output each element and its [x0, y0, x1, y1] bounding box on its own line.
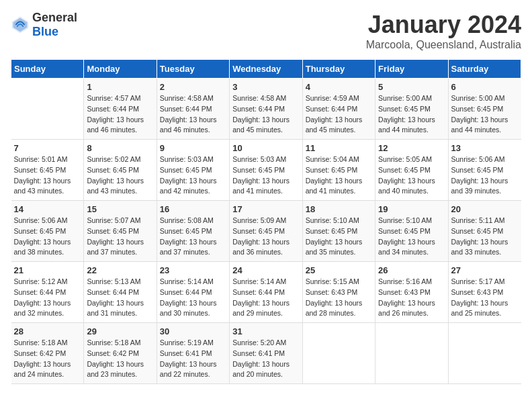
cell-info: Sunrise: 5:00 AMSunset: 6:45 PMDaylight:… [378, 94, 435, 134]
cell-info: Sunrise: 5:19 AMSunset: 6:41 PMDaylight:… [160, 338, 217, 378]
header-wednesday: Wednesday [230, 60, 302, 79]
cell-info: Sunrise: 5:09 AMSunset: 6:45 PMDaylight:… [232, 216, 290, 256]
calendar-cell: 3 Sunrise: 4:58 AMSunset: 6:44 PMDayligh… [230, 79, 302, 140]
calendar-cell: 23 Sunrise: 5:14 AMSunset: 6:44 PMDaylig… [157, 262, 229, 323]
day-number: 19 [378, 204, 445, 214]
week-row-3: 14 Sunrise: 5:06 AMSunset: 6:45 PMDaylig… [11, 201, 521, 262]
subtitle: Marcoola, Queensland, Australia [366, 39, 521, 51]
cell-info: Sunrise: 4:58 AMSunset: 6:44 PMDaylight:… [160, 94, 217, 134]
cell-info: Sunrise: 5:06 AMSunset: 6:45 PMDaylight:… [14, 216, 71, 256]
calendar-cell: 2 Sunrise: 4:58 AMSunset: 6:44 PMDayligh… [157, 79, 229, 140]
calendar-cell: 29 Sunrise: 5:18 AMSunset: 6:42 PMDaylig… [84, 323, 157, 384]
title-section: January 2024 Marcoola, Queensland, Austr… [366, 11, 521, 51]
header-saturday: Saturday [448, 60, 521, 79]
header-row: SundayMondayTuesdayWednesdayThursdayFrid… [11, 60, 521, 79]
calendar-cell: 21 Sunrise: 5:12 AMSunset: 6:44 PMDaylig… [11, 262, 84, 323]
header-friday: Friday [375, 60, 448, 79]
cell-info: Sunrise: 5:00 AMSunset: 6:45 PMDaylight:… [451, 94, 508, 134]
page-header: General Blue January 2024 Marcoola, Quee… [11, 11, 521, 51]
calendar-cell: 14 Sunrise: 5:06 AMSunset: 6:45 PMDaylig… [11, 201, 84, 262]
calendar-cell: 9 Sunrise: 5:03 AMSunset: 6:45 PMDayligh… [157, 140, 229, 201]
week-row-4: 21 Sunrise: 5:12 AMSunset: 6:44 PMDaylig… [11, 262, 521, 323]
day-number: 24 [232, 265, 299, 275]
day-number: 28 [14, 326, 81, 336]
day-number: 15 [87, 204, 153, 214]
day-number: 1 [87, 82, 153, 92]
day-number: 5 [378, 82, 445, 92]
calendar-cell: 13 Sunrise: 5:06 AMSunset: 6:45 PMDaylig… [448, 140, 521, 201]
header-monday: Monday [84, 60, 157, 79]
day-number: 18 [306, 204, 372, 214]
cell-info: Sunrise: 5:20 AMSunset: 6:41 PMDaylight:… [232, 338, 290, 378]
day-number: 12 [378, 143, 445, 153]
cell-info: Sunrise: 5:11 AMSunset: 6:45 PMDaylight:… [451, 216, 508, 256]
calendar-cell: 4 Sunrise: 4:59 AMSunset: 6:44 PMDayligh… [302, 79, 375, 140]
cell-info: Sunrise: 5:14 AMSunset: 6:44 PMDaylight:… [232, 277, 290, 317]
cell-info: Sunrise: 5:03 AMSunset: 6:45 PMDaylight:… [232, 155, 290, 195]
day-number: 16 [160, 204, 226, 214]
cell-info: Sunrise: 5:13 AMSunset: 6:44 PMDaylight:… [87, 277, 144, 317]
day-number: 9 [160, 143, 226, 153]
cell-info: Sunrise: 5:17 AMSunset: 6:43 PMDaylight:… [451, 277, 508, 317]
cell-info: Sunrise: 5:15 AMSunset: 6:43 PMDaylight:… [306, 277, 363, 317]
cell-info: Sunrise: 5:14 AMSunset: 6:44 PMDaylight:… [160, 277, 217, 317]
day-number: 10 [232, 143, 299, 153]
day-number: 23 [160, 265, 226, 275]
header-sunday: Sunday [11, 60, 84, 79]
cell-info: Sunrise: 5:05 AMSunset: 6:45 PMDaylight:… [378, 155, 435, 195]
cell-info: Sunrise: 5:03 AMSunset: 6:45 PMDaylight:… [160, 155, 217, 195]
cell-info: Sunrise: 5:02 AMSunset: 6:45 PMDaylight:… [87, 155, 144, 195]
cell-info: Sunrise: 5:18 AMSunset: 6:42 PMDaylight:… [14, 338, 71, 378]
cell-info: Sunrise: 5:08 AMSunset: 6:45 PMDaylight:… [160, 216, 217, 256]
cell-info: Sunrise: 5:16 AMSunset: 6:43 PMDaylight:… [378, 277, 435, 317]
calendar-cell: 16 Sunrise: 5:08 AMSunset: 6:45 PMDaylig… [157, 201, 229, 262]
calendar-cell: 17 Sunrise: 5:09 AMSunset: 6:45 PMDaylig… [230, 201, 302, 262]
day-number: 2 [160, 82, 226, 92]
logo-general: General [32, 11, 77, 24]
calendar-cell: 10 Sunrise: 5:03 AMSunset: 6:45 PMDaylig… [230, 140, 302, 201]
day-number: 21 [14, 265, 81, 275]
calendar-cell: 8 Sunrise: 5:02 AMSunset: 6:45 PMDayligh… [84, 140, 157, 201]
day-number: 11 [306, 143, 372, 153]
calendar-cell: 20 Sunrise: 5:11 AMSunset: 6:45 PMDaylig… [448, 201, 521, 262]
calendar-cell: 19 Sunrise: 5:10 AMSunset: 6:45 PMDaylig… [375, 201, 448, 262]
day-number: 4 [306, 82, 372, 92]
calendar-cell: 5 Sunrise: 5:00 AMSunset: 6:45 PMDayligh… [375, 79, 448, 140]
cell-info: Sunrise: 5:06 AMSunset: 6:45 PMDaylight:… [451, 155, 508, 195]
logo-text: General Blue [32, 11, 77, 39]
day-number: 17 [232, 204, 299, 214]
day-number: 30 [160, 326, 226, 336]
cell-info: Sunrise: 5:10 AMSunset: 6:45 PMDaylight:… [306, 216, 363, 256]
cell-info: Sunrise: 5:12 AMSunset: 6:44 PMDaylight:… [14, 277, 71, 317]
day-number: 26 [378, 265, 445, 275]
calendar-cell: 18 Sunrise: 5:10 AMSunset: 6:45 PMDaylig… [302, 201, 375, 262]
day-number: 27 [451, 265, 519, 275]
calendar-cell: 27 Sunrise: 5:17 AMSunset: 6:43 PMDaylig… [448, 262, 521, 323]
cell-info: Sunrise: 5:07 AMSunset: 6:45 PMDaylight:… [87, 216, 144, 256]
cell-info: Sunrise: 4:59 AMSunset: 6:44 PMDaylight:… [306, 94, 363, 134]
cell-info: Sunrise: 5:04 AMSunset: 6:45 PMDaylight:… [306, 155, 363, 195]
calendar-cell: 26 Sunrise: 5:16 AMSunset: 6:43 PMDaylig… [375, 262, 448, 323]
day-number: 29 [87, 326, 153, 336]
cell-info: Sunrise: 5:01 AMSunset: 6:45 PMDaylight:… [14, 155, 71, 195]
header-thursday: Thursday [302, 60, 375, 79]
calendar-cell: 7 Sunrise: 5:01 AMSunset: 6:45 PMDayligh… [11, 140, 84, 201]
main-title: January 2024 [366, 11, 521, 39]
day-number: 25 [306, 265, 372, 275]
week-row-5: 28 Sunrise: 5:18 AMSunset: 6:42 PMDaylig… [11, 323, 521, 384]
day-number: 8 [87, 143, 153, 153]
cell-info: Sunrise: 4:58 AMSunset: 6:44 PMDaylight:… [232, 94, 290, 134]
calendar-cell: 11 Sunrise: 5:04 AMSunset: 6:45 PMDaylig… [302, 140, 375, 201]
logo-icon [11, 15, 30, 34]
calendar-cell [375, 323, 448, 384]
calendar-cell: 12 Sunrise: 5:05 AMSunset: 6:45 PMDaylig… [375, 140, 448, 201]
calendar-table: SundayMondayTuesdayWednesdayThursdayFrid… [11, 59, 521, 384]
week-row-1: 1 Sunrise: 4:57 AMSunset: 6:44 PMDayligh… [11, 79, 521, 140]
logo-blue: Blue [32, 25, 58, 38]
calendar-cell: 25 Sunrise: 5:15 AMSunset: 6:43 PMDaylig… [302, 262, 375, 323]
header-tuesday: Tuesday [157, 60, 229, 79]
day-number: 22 [87, 265, 153, 275]
day-number: 13 [451, 143, 519, 153]
cell-info: Sunrise: 4:57 AMSunset: 6:44 PMDaylight:… [87, 94, 144, 134]
calendar-header: SundayMondayTuesdayWednesdayThursdayFrid… [11, 60, 521, 79]
